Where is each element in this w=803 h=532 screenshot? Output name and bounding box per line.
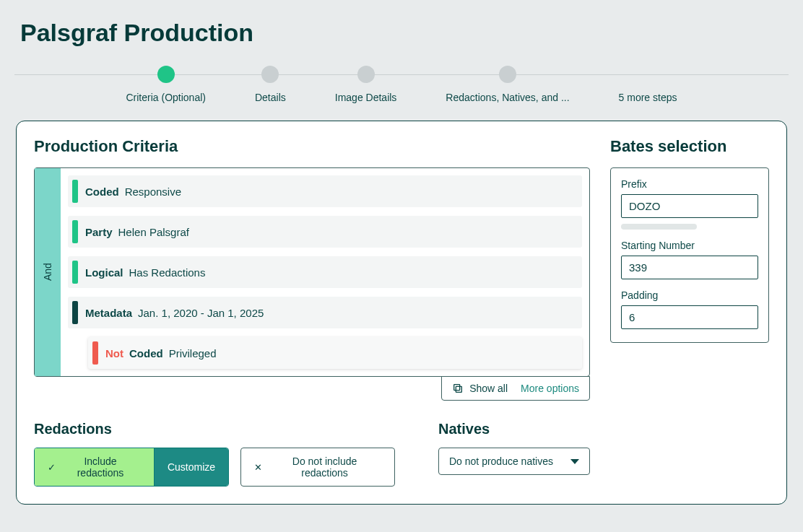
- criteria-bar-icon: [72, 180, 78, 203]
- criteria-key: Logical: [85, 266, 123, 279]
- criteria-joiner[interactable]: And: [35, 168, 61, 376]
- exclude-redactions-button[interactable]: ✕ Do not include redactions: [240, 448, 395, 487]
- redactions-block: Redactions ✓ Include redactions Customiz…: [34, 421, 395, 487]
- step-label: 5 more steps: [619, 92, 677, 103]
- criteria-footer: Show all More options: [441, 376, 590, 401]
- bates-progress-icon: [621, 224, 697, 230]
- criteria-bar-icon: [92, 341, 98, 365]
- step-dot-icon: [357, 66, 375, 83]
- bates-prefix-field: Prefix: [621, 178, 758, 230]
- criteria-value: Responsive: [125, 186, 181, 198]
- exclude-redactions-label: Do not include redactions: [268, 455, 381, 479]
- show-all-label: Show all: [469, 383, 508, 394]
- criteria-value: Helen Palsgraf: [118, 226, 189, 238]
- stepper: Criteria (Optional) Details Image Detail…: [14, 66, 789, 103]
- include-redactions-button[interactable]: ✓ Include redactions: [35, 448, 154, 486]
- natives-selected-value: Do not produce natives: [449, 455, 553, 467]
- criteria-key: Coded: [85, 186, 119, 198]
- svg-rect-0: [456, 386, 461, 392]
- criteria-not: Not: [105, 347, 123, 359]
- step-label: Redactions, Natives, and ...: [446, 92, 569, 103]
- step-criteria[interactable]: Criteria (Optional): [126, 66, 205, 103]
- bates-padding-input[interactable]: [621, 305, 758, 329]
- bates-padding-label: Padding: [621, 289, 758, 301]
- svg-rect-1: [454, 385, 460, 391]
- step-label: Details: [255, 92, 286, 103]
- criteria-bar-icon: [72, 220, 78, 243]
- natives-select[interactable]: Do not produce natives: [438, 448, 590, 475]
- step-dot-icon: [499, 66, 516, 83]
- bates-starting-field: Starting Number: [621, 240, 758, 279]
- customize-redactions-button[interactable]: Customize: [154, 448, 228, 486]
- bates-starting-label: Starting Number: [621, 240, 758, 251]
- step-redactions-natives[interactable]: Redactions, Natives, and ...: [446, 66, 569, 103]
- bates-prefix-label: Prefix: [621, 178, 758, 190]
- page-title: Palsgraf Production: [0, 0, 803, 58]
- main-panel: Production Criteria And Coded Responsive: [16, 121, 787, 505]
- close-icon: ✕: [254, 463, 262, 472]
- step-image-details[interactable]: Image Details: [335, 66, 397, 103]
- criteria-row[interactable]: Metadata Jan. 1, 2020 - Jan 1, 2025: [68, 297, 582, 328]
- bates-prefix-input[interactable]: [621, 194, 758, 218]
- criteria-value: Has Redactions: [129, 266, 206, 279]
- criteria-builder: And Coded Responsive Party Helen Pals: [34, 167, 590, 377]
- criteria-bar-icon: [72, 301, 78, 324]
- criteria-key: Party: [85, 226, 113, 238]
- customize-label: Customize: [168, 461, 215, 473]
- criteria-heading: Production Criteria: [34, 137, 590, 156]
- bates-heading: Bates selection: [610, 137, 769, 156]
- criteria-key: Coded: [129, 347, 163, 359]
- redactions-heading: Redactions: [34, 421, 395, 437]
- step-label: Image Details: [335, 92, 397, 103]
- criteria-value: Privileged: [169, 347, 217, 359]
- step-dot-active-icon: [157, 66, 175, 83]
- step-label: Criteria (Optional): [126, 92, 205, 103]
- criteria-bar-icon: [72, 261, 78, 284]
- criteria-value: Jan. 1, 2020 - Jan 1, 2025: [138, 307, 264, 319]
- check-icon: ✓: [48, 463, 56, 472]
- criteria-column: Production Criteria And Coded Responsive: [34, 137, 590, 487]
- show-all-button[interactable]: Show all: [452, 383, 508, 394]
- criteria-row[interactable]: Party Helen Palsgraf: [68, 216, 582, 248]
- chevron-down-icon: [570, 459, 579, 464]
- copies-icon: [452, 383, 464, 394]
- criteria-row-not[interactable]: Not Coded Privileged: [88, 337, 582, 369]
- step-more[interactable]: 5 more steps: [619, 66, 677, 103]
- bates-panel: Prefix Starting Number Padding: [610, 167, 769, 343]
- bates-padding-field: Padding: [621, 289, 758, 329]
- more-options-link[interactable]: More options: [521, 383, 579, 394]
- bates-column: Bates selection Prefix Starting Number P…: [610, 137, 769, 343]
- criteria-key: Metadata: [85, 307, 132, 319]
- step-dot-icon: [261, 66, 279, 83]
- bates-starting-input[interactable]: [621, 256, 758, 279]
- step-details[interactable]: Details: [255, 66, 286, 103]
- criteria-row[interactable]: Coded Responsive: [68, 175, 582, 207]
- include-redactions-label: Include redactions: [60, 455, 141, 479]
- natives-block: Natives Do not produce natives: [438, 421, 590, 487]
- natives-heading: Natives: [438, 421, 590, 437]
- redactions-segmented: ✓ Include redactions Customize: [34, 448, 229, 487]
- criteria-row[interactable]: Logical Has Redactions: [68, 256, 582, 288]
